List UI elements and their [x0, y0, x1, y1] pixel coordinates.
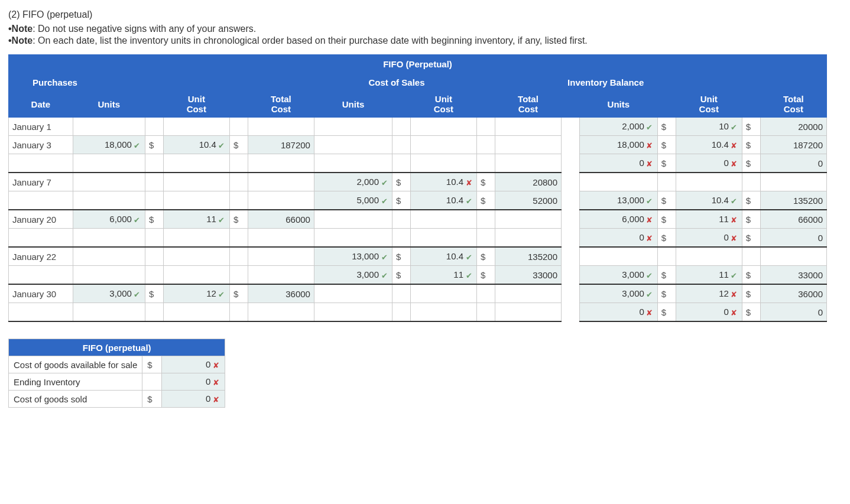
answer-input[interactable]: 0 — [579, 229, 657, 248]
currency-symbol — [742, 247, 760, 266]
currency-symbol: $ — [229, 210, 248, 229]
currency-symbol: $ — [657, 154, 676, 173]
answer-input[interactable]: 13,000 — [579, 191, 657, 210]
answer-input[interactable]: 12 — [676, 284, 742, 303]
answer-input[interactable]: 11 — [676, 210, 742, 229]
currency-symbol — [392, 284, 411, 303]
currency-symbol — [229, 266, 248, 285]
currency-symbol — [145, 247, 163, 266]
currency-symbol — [229, 191, 248, 210]
note-2: •Note: On each date, list the inventory … — [8, 35, 842, 46]
currency-symbol: $ — [229, 284, 248, 303]
answer-input[interactable]: 3,000 — [314, 266, 392, 285]
x-icon — [730, 308, 738, 317]
answer-input[interactable]: 0 — [579, 154, 657, 173]
x-icon — [730, 290, 738, 299]
check-icon — [218, 216, 226, 225]
answer-input[interactable]: 0 — [676, 229, 742, 248]
answer-input[interactable]: 3,000 — [579, 284, 657, 303]
date-cell: January 30 — [9, 284, 73, 303]
fifo-table: FIFO (Perpetual) Purchases Cost of Sales… — [8, 54, 827, 322]
check-icon — [380, 178, 388, 187]
summary-row: Ending Inventory0 — [9, 373, 225, 391]
currency-symbol: $ — [392, 173, 411, 191]
table-row: 0$0$0 — [9, 229, 827, 248]
answer-input[interactable]: 2,000 — [314, 173, 392, 191]
currency-symbol — [392, 210, 411, 229]
currency-symbol — [392, 136, 411, 154]
answer-input[interactable]: 3,000 — [73, 284, 145, 303]
date-cell — [9, 303, 73, 322]
currency-symbol — [145, 229, 163, 248]
currency-symbol — [229, 247, 248, 266]
x-icon — [730, 160, 738, 168]
x-icon — [212, 378, 220, 387]
check-icon — [380, 197, 388, 206]
answer-input[interactable]: 11 — [410, 266, 476, 285]
section-title: (2) FIFO (perpetual) — [8, 9, 842, 20]
answer-input[interactable]: 6,000 — [579, 210, 657, 229]
summary-input[interactable]: 0 — [162, 391, 225, 408]
answer-input[interactable]: 0 — [579, 303, 657, 322]
x-icon — [730, 141, 738, 150]
answer-input[interactable]: 10 — [676, 117, 742, 136]
note-1: •Note: Do not use negative signs with an… — [8, 24, 842, 34]
summary-input[interactable]: 0 — [162, 373, 225, 391]
check-icon — [730, 197, 738, 206]
date-cell — [9, 191, 73, 210]
calc-value: 187200 — [760, 136, 826, 154]
check-icon — [730, 271, 738, 280]
answer-input[interactable]: 0 — [676, 154, 742, 173]
table-row: 0$0$0 — [9, 303, 827, 322]
table-top-header: FIFO (Perpetual) — [9, 55, 827, 73]
answer-input[interactable]: 11 — [163, 210, 229, 229]
answer-input[interactable]: 10.4 — [163, 136, 229, 154]
answer-input[interactable]: 18,000 — [579, 136, 657, 154]
answer-input[interactable]: 13,000 — [314, 247, 392, 266]
date-cell: January 20 — [9, 210, 73, 229]
x-icon — [212, 395, 220, 404]
answer-input[interactable]: 18,000 — [73, 136, 145, 154]
answer-input[interactable]: 10.4 — [676, 136, 742, 154]
answer-input[interactable]: 6,000 — [73, 210, 145, 229]
table-row: 0$0$0 — [9, 154, 827, 173]
currency-symbol — [229, 173, 248, 191]
answer-input[interactable]: 3,000 — [579, 266, 657, 285]
answer-input[interactable]: 12 — [163, 284, 229, 303]
summary-input[interactable]: 0 — [162, 356, 225, 373]
currency-symbol: $ — [392, 247, 411, 266]
answer-input[interactable]: 11 — [676, 266, 742, 285]
check-icon — [465, 271, 473, 280]
table-row: January 206,000$11$660006,000$11$66000 — [9, 210, 827, 229]
answer-input[interactable]: 10.4 — [676, 191, 742, 210]
currency-symbol: $ — [477, 191, 495, 210]
currency-symbol: $ — [145, 136, 163, 154]
currency-symbol — [392, 229, 411, 248]
calc-value: 135200 — [495, 247, 561, 266]
answer-input[interactable]: 10.4 — [410, 191, 476, 210]
x-icon — [465, 178, 473, 187]
answer-input[interactable]: 5,000 — [314, 191, 392, 210]
check-icon — [133, 216, 141, 225]
answer-input[interactable]: 0 — [676, 303, 742, 322]
currency-symbol — [145, 173, 163, 191]
calc-value: 33000 — [760, 266, 826, 285]
currency-symbol: $ — [657, 266, 676, 285]
currency-symbol: $ — [742, 136, 760, 154]
check-icon — [465, 197, 473, 206]
calc-value: 0 — [760, 303, 826, 322]
answer-input[interactable]: 10.4 — [410, 247, 476, 266]
currency-symbol — [657, 173, 676, 191]
check-icon — [645, 197, 654, 206]
currency-symbol: $ — [742, 154, 760, 173]
calc-value: 0 — [760, 229, 826, 248]
summary-label: Ending Inventory — [9, 373, 142, 391]
answer-input[interactable]: 10.4 — [410, 173, 476, 191]
currency-symbol: $ — [657, 303, 676, 322]
check-icon — [645, 290, 654, 299]
currency-symbol — [145, 303, 163, 322]
date-cell: January 7 — [9, 173, 73, 191]
answer-input[interactable]: 2,000 — [579, 117, 657, 136]
currency-symbol — [477, 154, 495, 173]
calc-value: 66000 — [760, 210, 826, 229]
